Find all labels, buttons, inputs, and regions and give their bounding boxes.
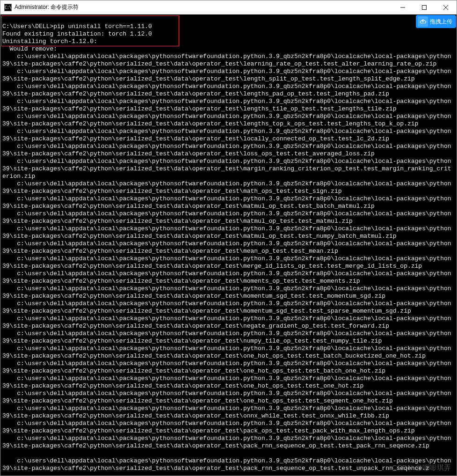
cmd-icon: C:\. xyxy=(4,4,12,11)
cmd-window: C:\. Administrator: 命令提示符 C:\Users\DELL>… xyxy=(0,0,457,476)
maximize-button[interactable] xyxy=(413,0,435,14)
terminal-output: C:\Users\DELL>pip uninstall torch==1.11.… xyxy=(2,15,455,472)
upload-label: 拖拽上传 xyxy=(430,18,452,26)
titlebar[interactable]: C:\. Administrator: 命令提示符 xyxy=(0,0,457,15)
minimize-button[interactable] xyxy=(392,0,413,14)
cloud-upload-icon xyxy=(418,16,428,27)
close-button[interactable] xyxy=(435,0,457,14)
window-controls xyxy=(392,0,457,14)
svg-rect-1 xyxy=(422,5,427,9)
terminal-area[interactable]: C:\Users\DELL>pip uninstall torch==1.11.… xyxy=(0,15,457,476)
window-title: Administrator: 命令提示符 xyxy=(15,3,392,11)
upload-overlay[interactable]: 拖拽上传 xyxy=(416,15,456,28)
